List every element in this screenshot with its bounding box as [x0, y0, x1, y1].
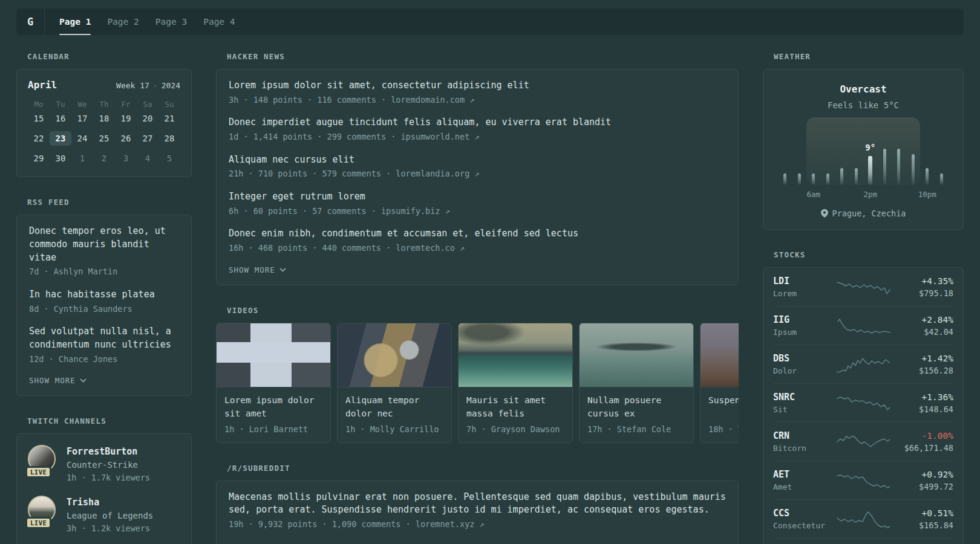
video-thumbnail: [701, 323, 739, 387]
time-label: 6am: [806, 190, 820, 199]
calendar-day: 30: [50, 151, 71, 166]
weather-chart: 9°: [778, 126, 949, 185]
story-meta-text: 16h · 468 points · 440 comments · loremt…: [229, 243, 455, 253]
page-tab[interactable]: Page 4: [203, 8, 235, 35]
weekday-label: We: [71, 100, 93, 111]
video-thumbnail: [580, 323, 693, 387]
video-card[interactable]: Suspendisse diam 18h · Tara: [700, 323, 739, 443]
subreddit-list: Maecenas mollis pulvinar erat non posuer…: [229, 491, 726, 531]
calendar-day: 28: [158, 131, 180, 146]
calendar-day: 29: [28, 151, 50, 166]
stock-row: IIG Ipsum +2.84% $42.04: [773, 306, 953, 345]
weather-bar: [812, 173, 815, 185]
stock-symbol: SNRC: [773, 392, 836, 403]
top-bar: G Page 1 Page 2 Page 3 Page 4: [16, 8, 964, 35]
rss-item: Donec tempor eros leo, ut commodo mauris…: [29, 225, 179, 278]
post-meta: 19h · 9,932 points · 1,090 comments · lo…: [229, 519, 726, 531]
stock-symbol: DBS: [773, 353, 836, 364]
rss-item-meta: 8d · Cynthia Saunders: [29, 303, 179, 316]
external-link-icon: [469, 169, 479, 178]
stock-sparkline: [836, 317, 890, 335]
calendar-card: April Week 172024 MoTuWeThFrSaSu 15 16 1…: [16, 69, 192, 177]
weather-condition: Overcast: [773, 83, 953, 95]
show-more-label: SHOW MORE: [29, 376, 76, 385]
stock-values: +1.42% $156.28: [890, 354, 953, 375]
video-card[interactable]: Nullam posuere cursus ex 17h · Stefan Co…: [579, 323, 694, 443]
rss-card: Donec tempor eros leo, ut commodo mauris…: [16, 215, 192, 396]
video-card[interactable]: Lorem ipsum dolor sit amet consectetu… 1…: [216, 323, 331, 443]
weather-bar-slot: 9°: [863, 143, 878, 185]
weather-bar: [912, 154, 915, 185]
post-meta-text: 19h · 9,932 points · 1,090 comments · lo…: [229, 519, 474, 529]
weather-feels-like: Feels like 5°C: [773, 100, 953, 110]
weather-location-row: Prague, Czechia: [773, 209, 953, 218]
external-link-icon: [465, 95, 474, 105]
weekday-label: Th: [93, 100, 115, 111]
rss-item-title-link[interactable]: In hac habitasse platea: [29, 288, 179, 302]
weather-bar: [940, 173, 943, 185]
story-title-link[interactable]: Aliquam nec cursus elit: [229, 154, 726, 167]
stocks-widget-title: STOCKS: [774, 250, 964, 259]
dashboard-grid: CALENDAR April Week 172024 MoTuWeThFrSaS…: [0, 35, 980, 544]
stock-change: -1.00%: [890, 431, 953, 441]
stock-id: SNRC Sit: [773, 392, 836, 414]
weather-bar-slot: [806, 173, 821, 185]
story-title-link[interactable]: Integer eget rutrum lorem: [229, 190, 726, 204]
twitch-channel-row[interactable]: LIVE Trisha League of Legends 3h · 1.2k …: [28, 496, 180, 533]
rss-widget: RSS FEED Donec tempor eros leo, ut commo…: [16, 198, 192, 396]
weather-bar: [897, 149, 900, 185]
videos-widget: VIDEOS Lorem ipsum dolor sit amet consec…: [216, 306, 739, 443]
stock-price: $499.72: [890, 482, 953, 491]
stock-values: +4.35% $795.18: [890, 276, 953, 298]
rss-item-meta: 12d · Chance Jones: [29, 354, 179, 366]
story-meta: 3h · 148 points · 116 comments · loremdo…: [229, 94, 726, 106]
weekday-label: Mo: [28, 100, 50, 111]
video-card[interactable]: Aliquam tempor dolor nec pharetra… 1h · …: [337, 323, 452, 443]
hackernews-item: Donec imperdiet augue tincidunt felis al…: [229, 116, 726, 143]
story-title-link[interactable]: Donec enim nibh, condimentum et accumsan…: [229, 227, 726, 241]
stock-price: $165.84: [890, 520, 953, 530]
stock-id: CCS Consectetur: [773, 508, 836, 530]
story-title-link[interactable]: Lorem ipsum dolor sit amet, consectetur …: [229, 79, 726, 92]
calendar-header: April Week 172024: [28, 79, 180, 91]
calendar-widget-title: CALENDAR: [27, 52, 192, 61]
page-tab[interactable]: Page 2: [107, 8, 139, 35]
calendar-day: 15: [28, 111, 50, 126]
weather-widget-title: WEATHER: [774, 52, 964, 61]
post-title-link[interactable]: Maecenas mollis pulvinar erat non posuer…: [229, 491, 726, 517]
channel-game: Counter-Strike: [67, 460, 150, 470]
stock-values: -1.00% $66,171.48: [890, 431, 953, 453]
stock-id: DBS Dolor: [773, 353, 836, 375]
calendar-week-label: Week 17: [116, 81, 149, 90]
twitch-channel-list: LIVE ForrestBurton Counter-Strike 1h · 1…: [28, 445, 180, 544]
calendar-day: 21: [158, 111, 180, 126]
video-thumbnail: [217, 323, 330, 387]
calendar-day: 23: [50, 131, 71, 146]
rss-item: In hac habitasse platea 8d · Cynthia Sau…: [29, 288, 179, 315]
weather-bar: [883, 149, 886, 185]
channel-meta: 3h · 1.2k viewers: [67, 523, 153, 533]
page-tab[interactable]: Page 3: [155, 8, 187, 35]
rss-item-title-link[interactable]: Sed volutpat nulla nisl, a condimentum n…: [29, 325, 179, 352]
stocks-widget: STOCKS LDI Lorem +4.35% $795.18: [763, 250, 964, 544]
rss-item-title-link[interactable]: Donec tempor eros leo, ut commodo mauris…: [29, 225, 179, 264]
calendar-week-year: Week 172024: [116, 81, 180, 90]
stock-price: $42.04: [890, 327, 953, 337]
video-card[interactable]: Mauris sit amet massa felis 7h · Grayson…: [458, 323, 573, 443]
story-title-link[interactable]: Donec imperdiet augue tincidunt felis al…: [229, 116, 726, 129]
stock-change: +1.42%: [890, 354, 953, 363]
rss-show-more-button[interactable]: SHOW MORE: [29, 376, 87, 385]
calendar-day-grid: 15 16 17 18 19 20 21 22: [28, 111, 180, 166]
stock-row: AET Amet +0.92% $499.72: [773, 461, 953, 499]
video-meta: 7h · Grayson Dawson: [459, 420, 572, 442]
story-meta-text: 1d · 1,414 points · 299 comments · ipsum…: [229, 132, 469, 141]
twitch-channel-row[interactable]: LIVE ForrestBurton Counter-Strike 1h · 1…: [28, 445, 180, 482]
page-tab[interactable]: Page 1: [59, 8, 91, 35]
weather-bar: [783, 173, 786, 185]
hackernews-show-more-button[interactable]: SHOW MORE: [229, 265, 286, 274]
rss-widget-title: RSS FEED: [27, 198, 192, 207]
weather-location: Prague, Czechia: [832, 209, 906, 218]
stock-values: +2.84% $42.04: [890, 315, 953, 337]
app-logo[interactable]: G: [16, 8, 44, 35]
stock-name: Ipsum: [773, 328, 836, 337]
